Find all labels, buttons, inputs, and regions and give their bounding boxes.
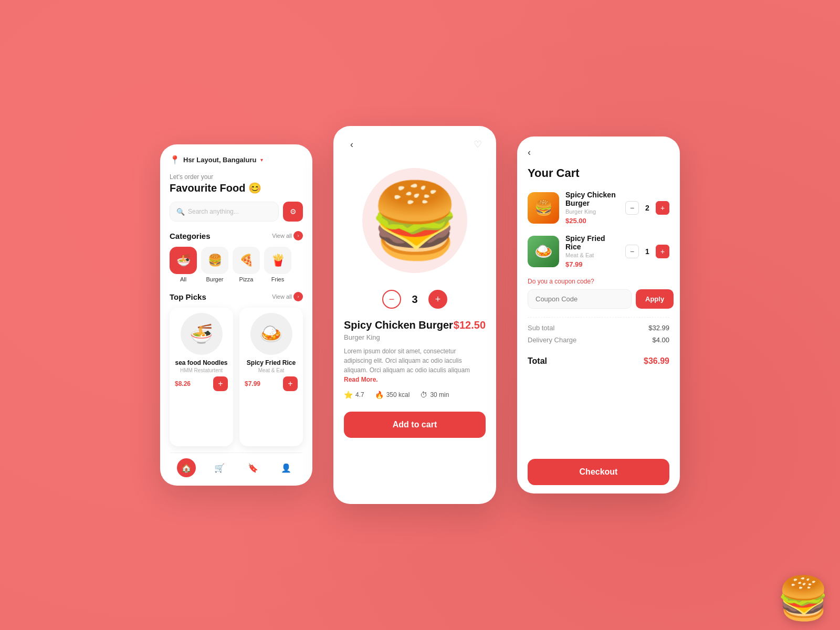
product-price: $12.50 [454,319,486,331]
cart-rice-name: Spicy Fried Rice [565,234,619,251]
search-placeholder-text: Search anything... [188,208,239,215]
apply-coupon-button[interactable]: Apply [636,289,674,309]
top-picks-title: Top Picks [170,292,206,301]
product-back-button[interactable]: ‹ [344,136,360,152]
cart-burger-name: Spicy Chicken Burger [565,191,619,207]
cart-rice-qty: 1 [643,247,652,256]
nav-cart-button[interactable]: 🛒 [210,458,229,477]
category-all[interactable]: 🍜 All [170,247,197,282]
rice-restaurant: Meat & Eat [258,368,284,373]
subtotal-label: Sub total [528,324,554,332]
coupon-question: Do you a coupon code? [528,278,669,285]
cart-burger-increase-button[interactable]: + [656,201,669,215]
product-info: Spicy Chicken Burger $12.50 Burger King … [333,315,496,412]
cart-back-button[interactable]: ‹ [528,147,540,158]
category-fries-icon: 🍟 [264,247,291,274]
category-pizza-label: Pizza [239,276,254,282]
category-all-icon: 🍜 [170,247,197,274]
price-breakdown: Sub total $32.99 Delivery Charge $4.00 [528,317,669,348]
quantity-row: − 3 + [333,290,496,309]
quantity-increase-button[interactable]: + [428,290,447,309]
subtotal-value: $32.99 [648,324,669,332]
category-fries-label: Fries [271,276,284,282]
product-detail-screen: ‹ ♡ 🍔 − 3 + Spicy Chicken Burger $12.50 … [333,126,496,504]
category-pizza-icon: 🍕 [233,247,260,274]
search-row: 🔍 Search anything... ⚙ [170,202,303,222]
location-chevron-icon: ▾ [260,157,263,163]
cart-screen: ‹ Your Cart 🍔 Spicy Chicken Burger Burge… [517,136,680,494]
cart-burger-image: 🍔 [528,192,559,224]
top-picks-view-all[interactable]: View all › [272,292,303,301]
cart-rice-info: Spicy Fried Rice Meat & Eat $7.99 [565,234,619,268]
noodles-name: sea food Noodles [175,359,227,366]
product-favorite-button[interactable]: ♡ [470,136,486,152]
category-burger[interactable]: 🍔 Burger [201,247,228,282]
time-value: 30 min [430,391,449,398]
cart-rice-decrease-button[interactable]: − [625,245,639,258]
product-name: Spicy Chicken Burger [344,319,453,331]
delivery-row: Delivery Charge $4.00 [528,336,669,344]
noodles-add-button[interactable]: + [213,376,228,391]
location-pin-icon: 📍 [170,155,180,165]
time-stat: ⏱ 30 min [420,391,449,399]
categories-row: 🍜 All 🍔 Burger 🍕 Pizza 🍟 Fries [170,247,303,282]
cart-burger-qty-row: − 2 + [625,201,669,215]
read-more-link[interactable]: Read More. [344,376,378,383]
quantity-display: 3 [410,293,420,306]
category-burger-label: Burger [206,276,223,282]
greeting-subtitle: Let's order your [170,173,303,181]
search-box[interactable]: 🔍 Search anything... [170,202,279,222]
checkout-button[interactable]: Checkout [528,459,669,485]
total-value: $36.99 [644,356,669,366]
cart-burger-price: $25.00 [565,217,619,225]
product-restaurant: Burger King [344,333,486,341]
bottom-nav: 🏠 🛒 🔖 👤 [170,453,303,479]
filter-icon: ⚙ [290,207,297,216]
food-card-rice[interactable]: 🍛 Spicy Fried Rice Meat & Eat $7.99 + [239,308,303,446]
quantity-decrease-button[interactable]: − [382,290,401,309]
noodles-price: $8.26 [175,380,191,387]
rating-stat: ⭐ 4.7 [344,391,364,399]
calories-value: 350 kcal [386,391,410,398]
clock-icon: ⏱ [420,391,427,399]
cart-rice-image: 🍛 [528,236,559,267]
product-description: Lorem ipsum dolor sit amet, consectetur … [344,346,486,384]
category-pizza[interactable]: 🍕 Pizza [233,247,260,282]
filter-button[interactable]: ⚙ [283,202,303,222]
delivery-value: $4.00 [652,336,669,344]
location-text: Hsr Layout, Bangaluru [183,156,256,164]
category-all-label: All [180,276,186,282]
coupon-input[interactable] [528,289,632,309]
burger-image: 🍔 [369,184,461,257]
cart-item-burger: 🍔 Spicy Chicken Burger Burger King $25.0… [528,191,669,225]
nav-profile-button[interactable]: 👤 [277,458,296,477]
categories-header: Categories View all › [170,231,303,240]
cart-rice-qty-row: − 1 + [625,245,669,258]
top-picks-arrow-icon: › [293,292,303,301]
rice-image: 🍛 [250,313,292,355]
subtotal-row: Sub total $32.99 [528,324,669,332]
nav-bookmark-button[interactable]: 🔖 [244,458,262,477]
total-row: Total $36.99 [528,356,669,366]
top-picks-grid: 🍜 sea food Noodles HMM Restaturtent $8.2… [170,308,303,446]
add-to-cart-button[interactable]: Add to cart [344,412,486,438]
categories-view-all[interactable]: View all › [272,231,303,240]
category-fries[interactable]: 🍟 Fries [264,247,291,282]
cart-burger-info: Spicy Chicken Burger Burger King $25.00 [565,191,619,225]
fire-icon: 🔥 [375,391,384,399]
nav-home-button[interactable]: 🏠 [177,458,196,477]
product-hero-image: 🍔 [333,158,496,284]
coupon-row: Apply [528,289,669,309]
cart-rice-restaurant: Meat & Eat [565,252,619,258]
star-icon: ⭐ [344,391,353,399]
product-title-row: Spicy Chicken Burger $12.50 [344,319,486,331]
cart-burger-decrease-button[interactable]: − [625,201,639,215]
coupon-section: Do you a coupon code? Apply [528,278,669,309]
cart-title: Your Cart [528,166,669,180]
total-label: Total [528,356,547,366]
noodles-image: 🍜 [181,313,223,355]
rice-add-button[interactable]: + [283,376,298,391]
location-bar[interactable]: 📍 Hsr Layout, Bangaluru ▾ [170,155,303,165]
cart-rice-increase-button[interactable]: + [656,245,669,258]
food-card-noodles[interactable]: 🍜 sea food Noodles HMM Restaturtent $8.2… [170,308,233,446]
